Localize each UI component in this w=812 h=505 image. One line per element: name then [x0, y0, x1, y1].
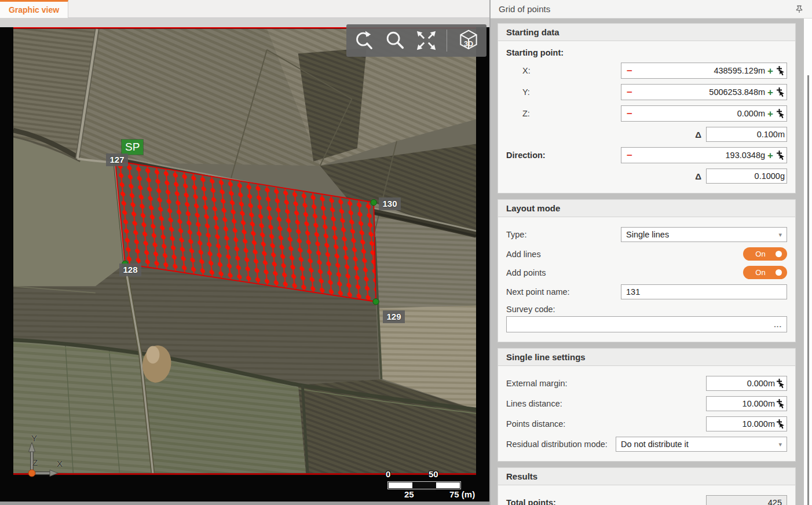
section-results: Results Total points: 425 — [498, 467, 796, 505]
section-single-line-settings-title: Single line settings — [498, 349, 795, 366]
tab-graphic-view[interactable]: Graphic view — [0, 0, 68, 18]
scale-tick-0: 0 — [386, 469, 390, 479]
direction-decrement-button[interactable]: − — [627, 151, 632, 160]
points-distance-value: 10.000m — [711, 419, 775, 429]
x-input[interactable]: − 438595.129m + — [621, 63, 787, 79]
external-margin-pick-icon[interactable] — [775, 379, 785, 389]
z-decrement-button[interactable]: − — [627, 109, 632, 119]
axis-y-label: Y — [31, 433, 37, 443]
z-delta-label: Δ — [695, 130, 701, 140]
direction-delta-value[interactable]: 0.1000g — [711, 171, 785, 181]
survey-code-input[interactable]: ... — [506, 316, 787, 332]
tab-bar: Graphic view — [0, 0, 489, 18]
x-increment-button[interactable]: + — [767, 66, 773, 76]
corner-marker-129[interactable] — [373, 299, 379, 305]
next-point-name-input[interactable]: 131 — [621, 284, 787, 299]
scale-tick-75: 75 (m) — [449, 489, 475, 499]
lines-distance-label: Lines distance: — [506, 399, 562, 408]
add-lines-label: Add lines — [506, 250, 541, 259]
toolbar-separator — [447, 30, 447, 52]
add-points-label: Add points — [506, 268, 546, 277]
y-pick-from-map-icon[interactable] — [775, 87, 785, 97]
points-distance-label: Points distance: — [506, 419, 565, 429]
start-point-chip[interactable]: SP — [122, 140, 143, 155]
x-label: X: — [522, 66, 531, 75]
next-point-name-label: Next point name: — [506, 287, 570, 297]
direction-increment-button[interactable]: + — [767, 151, 773, 160]
section-starting-data-title: Starting data — [498, 24, 795, 41]
lines-distance-pick-icon[interactable] — [775, 399, 785, 409]
residual-mode-value: Do not distribute it — [621, 440, 778, 449]
point-label-127[interactable]: 127 — [106, 153, 128, 166]
scale-tick-50: 50 — [429, 469, 438, 479]
axis-z-label: Z — [32, 458, 38, 467]
section-layout-mode: Layout mode Type: Single lines ▾ Add lin… — [498, 199, 796, 342]
zoom-fit-icon[interactable] — [415, 28, 437, 53]
map-viewport[interactable] — [0, 27, 489, 502]
point-label-128[interactable]: 128 — [119, 264, 141, 276]
add-lines-toggle-state: On — [755, 250, 765, 258]
zoom-previous-icon[interactable] — [352, 28, 374, 53]
section-layout-mode-title: Layout mode — [498, 200, 795, 217]
external-margin-value: 0.000m — [711, 379, 775, 388]
chevron-down-icon: ▾ — [778, 231, 782, 239]
direction-delta-input[interactable]: 0.1000g — [706, 169, 787, 184]
direction-input[interactable]: − 193.0348g + — [621, 147, 787, 163]
survey-code-browse-button[interactable]: ... — [774, 320, 782, 329]
toggle-knob — [776, 269, 782, 276]
extent-line-bottom — [13, 473, 476, 474]
y-label: Y: — [522, 87, 530, 97]
total-points-value-box: 425 — [706, 495, 787, 505]
lines-distance-input[interactable]: 10.000m — [706, 396, 787, 411]
y-decrement-button[interactable]: − — [627, 87, 632, 97]
direction-label: Direction: — [506, 151, 546, 160]
points-distance-pick-icon[interactable] — [775, 419, 785, 429]
zoom-icon[interactable] — [383, 28, 405, 53]
section-single-line-settings: Single line settings External margin: 0.… — [498, 348, 796, 462]
residual-mode-dropdown[interactable]: Do not distribute it ▾ — [616, 437, 787, 452]
survey-code-label: Survey code: — [506, 305, 555, 314]
direction-pick-from-map-icon[interactable] — [775, 151, 785, 160]
z-pick-from-map-icon[interactable] — [775, 109, 785, 119]
direction-delta-label: Δ — [695, 171, 701, 181]
panel-body: Starting data Starting point: X: − 43859… — [491, 19, 804, 505]
scale-bar — [388, 482, 460, 489]
residual-mode-label: Residual distribution mode: — [506, 440, 608, 449]
satellite-map — [0, 27, 489, 502]
points-distance-input[interactable]: 10.000m — [706, 416, 787, 431]
y-value[interactable]: 5006253.848m — [632, 87, 765, 97]
z-increment-button[interactable]: + — [767, 109, 773, 119]
pin-icon[interactable] — [795, 5, 804, 14]
add-lines-toggle[interactable]: On — [743, 247, 787, 261]
x-value[interactable]: 438595.129m — [632, 66, 765, 75]
grid-of-points-panel: Grid of points Starting data Starting po… — [491, 0, 812, 505]
z-value[interactable]: 0.000m — [632, 109, 765, 118]
external-margin-input[interactable]: 0.000m — [706, 376, 787, 391]
z-delta-input[interactable]: 0.100m — [706, 127, 787, 142]
graphic-view-pane: Graphic view — [0, 0, 491, 505]
direction-value[interactable]: 193.0348g — [632, 151, 765, 160]
panel-header: Grid of points — [491, 0, 812, 19]
3d-view-icon[interactable]: 3D — [456, 28, 481, 53]
panel-scrollbar[interactable] — [804, 19, 812, 505]
next-point-name-value: 131 — [626, 287, 640, 297]
y-increment-button[interactable]: + — [767, 87, 773, 97]
type-value: Single lines — [626, 230, 778, 239]
z-delta-value[interactable]: 0.100m — [711, 130, 785, 139]
y-input[interactable]: − 5006253.848m + — [621, 84, 787, 100]
3d-icon-label: 3D — [464, 40, 473, 48]
section-starting-data: Starting data Starting point: X: − 43859… — [498, 23, 796, 193]
x-pick-from-map-icon[interactable] — [775, 66, 785, 76]
add-points-toggle[interactable]: On — [743, 266, 787, 279]
point-label-129[interactable]: 129 — [383, 310, 405, 323]
z-input[interactable]: − 0.000m + — [621, 105, 787, 122]
type-dropdown[interactable]: Single lines ▾ — [621, 227, 787, 242]
point-label-130[interactable]: 130 — [379, 197, 401, 210]
corner-marker-130[interactable] — [371, 199, 376, 205]
panel-title: Grid of points — [499, 4, 795, 14]
panel-scrollbar-thumb[interactable] — [807, 75, 809, 505]
external-margin-label: External margin: — [506, 379, 568, 388]
total-points-label: Total points: — [506, 498, 556, 505]
axis-x-label: X — [57, 459, 63, 469]
x-decrement-button[interactable]: − — [627, 66, 632, 76]
